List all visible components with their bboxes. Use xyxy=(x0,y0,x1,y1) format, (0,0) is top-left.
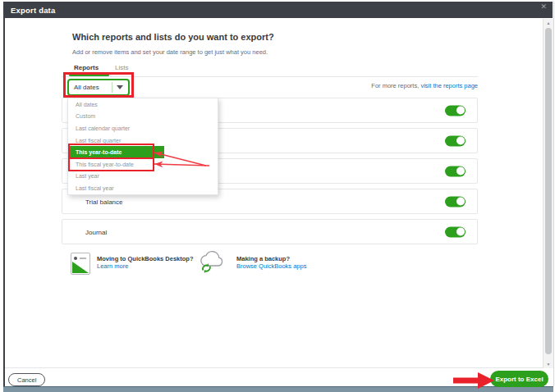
more-reports-note: For more reports, visit the reports page xyxy=(314,82,478,89)
toggle-knob xyxy=(456,167,465,175)
vertical-scrollbar[interactable]: ▲ ▼ xyxy=(543,19,553,368)
annotation-box-dropdown xyxy=(63,72,134,98)
annotation-box-divider xyxy=(70,157,153,159)
quickbooks-desktop-icon xyxy=(71,253,90,275)
cloud-backup-icon xyxy=(198,248,226,278)
toggle-knob xyxy=(456,107,465,115)
icon-dash xyxy=(80,258,86,259)
scroll-up-icon[interactable]: ▲ xyxy=(544,19,553,27)
toggle-knob xyxy=(456,228,465,236)
browse-apps-link[interactable]: Browse QuickBooks apps xyxy=(236,262,306,270)
tab-reports[interactable]: Reports xyxy=(74,64,99,71)
note-text: For more reports, xyxy=(371,82,419,89)
menu-item-last-year[interactable]: Last year xyxy=(68,171,218,183)
page-title: Which reports and lists do you want to e… xyxy=(72,32,274,42)
toggle-knob xyxy=(456,198,465,206)
menu-item-last-calendar-quarter[interactable]: Last calendar quarter xyxy=(68,122,218,134)
report-toggle-on[interactable] xyxy=(445,166,466,176)
menu-item-custom[interactable]: Custom xyxy=(68,111,218,123)
window-bottom-strip xyxy=(3,386,553,392)
icon-green-triangle xyxy=(72,262,89,273)
report-toggle-on[interactable] xyxy=(445,226,466,237)
dialog-title: Export data xyxy=(11,6,55,15)
icon-dot xyxy=(74,257,77,260)
annotation-box-options xyxy=(68,144,154,171)
dialog-right-border xyxy=(553,2,554,386)
dialog-left-border xyxy=(3,18,5,386)
toggle-knob xyxy=(456,137,465,145)
menu-item-last-fiscal-year[interactable]: Last fiscal year xyxy=(68,182,218,194)
desktop-promo-title: Moving to QuickBooks Desktop? xyxy=(97,255,194,262)
footer-divider xyxy=(5,367,543,368)
reports-page-link[interactable]: visit the reports page xyxy=(420,82,478,89)
report-row-label: Trial balance xyxy=(85,198,123,205)
report-toggle-on[interactable] xyxy=(445,135,466,146)
backup-promo: Making a backup? Browse QuickBooks apps xyxy=(236,255,306,270)
report-toggle-on[interactable] xyxy=(445,105,466,116)
scroll-down-icon[interactable]: ▼ xyxy=(544,360,553,368)
learn-more-link[interactable]: Learn more xyxy=(97,262,194,270)
export-data-dialog: Export data ✕ Which reports and lists do… xyxy=(0,0,555,392)
desktop-promo: Moving to QuickBooks Desktop? Learn more xyxy=(97,255,194,270)
report-toggle-on[interactable] xyxy=(445,196,466,207)
menu-item-all-dates[interactable]: All dates xyxy=(68,98,218,111)
backup-promo-title: Making a backup? xyxy=(236,255,306,262)
report-row-journal: Journal xyxy=(62,219,478,244)
report-row-label: Journal xyxy=(85,228,107,235)
tab-lists[interactable]: Lists xyxy=(115,64,128,71)
scrollbar-thumb[interactable] xyxy=(545,28,552,354)
close-icon[interactable]: ✕ xyxy=(540,2,547,11)
dialog-titlebar: Export data xyxy=(3,2,553,18)
page-subtitle: Add or remove items and set your date ra… xyxy=(72,48,268,56)
cancel-button[interactable]: Cancel xyxy=(8,373,45,386)
export-to-excel-button[interactable]: Export to Excel xyxy=(490,371,548,387)
